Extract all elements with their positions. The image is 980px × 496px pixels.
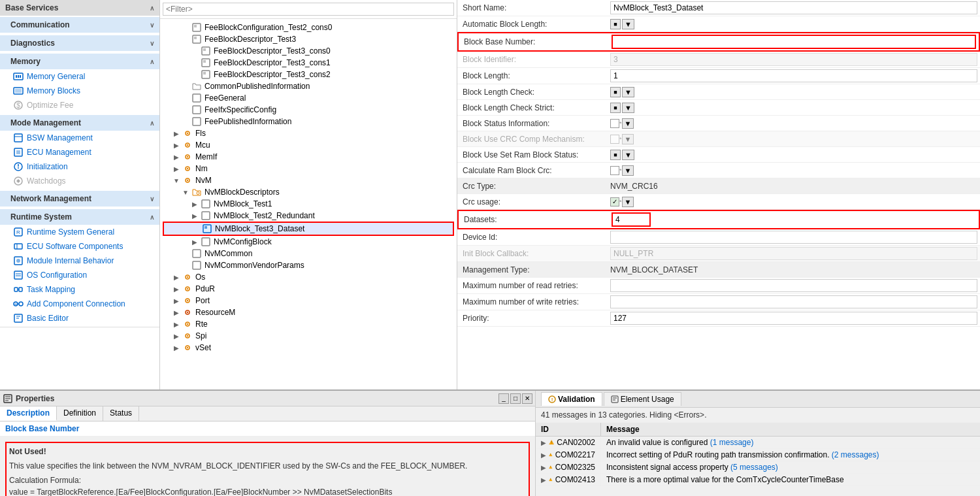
tree-toggle[interactable]: [181, 82, 190, 91]
sidebar-item-runtime-system-header[interactable]: Runtime System: [0, 209, 159, 225]
tree-node-fls[interactable]: ▶ Fls: [163, 127, 454, 139]
tree-toggle-fls[interactable]: ▶: [172, 129, 181, 138]
sidebar-item-communication[interactable]: Communication: [0, 17, 159, 33]
tree-toggle[interactable]: [181, 35, 190, 44]
sidebar-item-runtime-system-general[interactable]: R Runtime System General: [0, 225, 159, 239]
tree-toggle[interactable]: [181, 93, 190, 103]
tree-toggle[interactable]: [190, 70, 199, 79]
tree-toggle-nvmblock-test2-redundant[interactable]: ▶: [190, 211, 199, 220]
sidebar-item-memory-header[interactable]: Memory: [0, 54, 159, 69]
priority-input[interactable]: [610, 312, 977, 325]
tree-node-vset[interactable]: ▶ vSet: [163, 342, 454, 354]
sidebar-item-memory-blocks[interactable]: Memory Blocks: [0, 84, 159, 98]
sidebar-item-ecu-software-components[interactable]: ECU Software Components: [0, 239, 159, 254]
sidebar-item-mode-management-header[interactable]: Mode Management: [0, 115, 159, 131]
tree-toggle[interactable]: [190, 46, 199, 56]
val-row-com02325[interactable]: ▶ ! COM02325 Inconsistent signal access …: [536, 461, 980, 474]
tree-node-nvm-common[interactable]: NvMCommon: [163, 248, 454, 259]
sidebar-item-task-mapping[interactable]: Task Mapping: [0, 282, 159, 297]
sidebar-item-add-component-connection[interactable]: + Add Component Connection: [0, 297, 159, 311]
tree-toggle[interactable]: [190, 58, 199, 67]
sidebar-item-memory-general[interactable]: Memory General: [0, 69, 159, 84]
calculate-ram-block-crc-dropdown-btn[interactable]: ▼: [622, 165, 634, 176]
short-name-input[interactable]: [610, 1, 977, 14]
tree-toggle[interactable]: [181, 23, 190, 32]
tree-node-nvmconfig-block[interactable]: ▶ NvMConfigBlock: [163, 236, 454, 248]
tree-toggle-port[interactable]: ▶: [172, 296, 181, 305]
tree-node-common-published-info[interactable]: CommonPublishedInformation: [163, 80, 454, 92]
val-row-can02002[interactable]: ▶ ! CAN02002 An invalid value is configu…: [536, 437, 980, 449]
tree-node-nvmblock-test1[interactable]: ▶ NvMBlock_Test1: [163, 198, 454, 210]
tree-node-fee-block-desc-test3-cons0[interactable]: FeeBlockDescriptor_Test3_cons0: [163, 45, 454, 57]
datasets-input[interactable]: [612, 212, 651, 227]
tree-node-os[interactable]: ▶ Os: [163, 271, 454, 283]
block-status-information-dropdown-btn[interactable]: ▼: [622, 118, 634, 129]
auto-block-length-icon[interactable]: ■: [610, 19, 621, 29]
properties-minimize-btn[interactable]: _: [498, 393, 509, 404]
tab-definition[interactable]: Definition: [57, 406, 103, 421]
expand-icon[interactable]: ▶: [541, 452, 546, 459]
tree-node-rte[interactable]: ▶ Rte: [163, 318, 454, 330]
sidebar-item-initialization[interactable]: Initialization: [0, 159, 159, 174]
tree-toggle-mcu[interactable]: ▶: [172, 141, 181, 150]
sidebar-item-bsw-management[interactable]: BSW Management: [0, 131, 159, 145]
tree-node-spi[interactable]: ▶ Spi: [163, 330, 454, 342]
sidebar-item-diagnostics[interactable]: Diagnostics: [0, 35, 159, 51]
tab-validation[interactable]: ! Validation: [541, 392, 602, 406]
tree-toggle-resource-m[interactable]: ▶: [172, 308, 181, 317]
tree-node-port[interactable]: ▶ Port: [163, 295, 454, 306]
block-base-number-input[interactable]: [612, 35, 976, 49]
tree-node-fee-block-cfg-test2-cons0[interactable]: FeeBlockConfiguration_Test2_cons0: [163, 22, 454, 33]
expand-icon[interactable]: ▶: [541, 476, 546, 484]
tree-toggle[interactable]: [181, 249, 190, 258]
block-status-information-checkbox[interactable]: [610, 119, 619, 128]
tree-node-mcu[interactable]: ▶ Mcu: [163, 139, 454, 151]
sidebar-item-basic-editor[interactable]: Basic Editor: [0, 311, 159, 325]
max-write-retries-input[interactable]: [610, 295, 977, 308]
calculate-ram-block-crc-checkbox[interactable]: [610, 166, 619, 175]
tab-element-usage[interactable]: Element Usage: [604, 392, 681, 406]
tree-toggle-nm[interactable]: ▶: [172, 164, 181, 173]
tree-node-nvm-block-descriptors[interactable]: ▼ NvMBlockDescriptors: [163, 186, 454, 198]
block-length-check-icon[interactable]: ■: [610, 87, 621, 97]
tab-description[interactable]: Description: [0, 406, 57, 421]
tree-node-nm[interactable]: ▶ Nm: [163, 163, 454, 174]
tree-toggle-pdur[interactable]: ▶: [172, 284, 181, 293]
tree-node-nvm-common-vendor-params[interactable]: NvMCommonVendorParams: [163, 259, 454, 271]
expand-icon[interactable]: ▶: [541, 439, 546, 446]
tree-node-resource-m[interactable]: ▶ ResourceM: [163, 306, 454, 318]
block-length-check-strict-icon[interactable]: ■: [610, 103, 621, 113]
properties-close-btn[interactable]: ✕: [522, 393, 532, 404]
device-id-input[interactable]: [610, 231, 977, 244]
tree-node-fee-block-desc-test3-cons2[interactable]: FeeBlockDescriptor_Test3_cons2: [163, 69, 454, 80]
tree-toggle[interactable]: [181, 105, 190, 114]
tree-toggle-nvmblock-test1[interactable]: ▶: [190, 199, 199, 208]
tree-toggle-rte[interactable]: ▶: [172, 320, 181, 329]
tree-node-fee-ifx-specific-config[interactable]: FeeIfxSpecificConfig: [163, 104, 454, 116]
tree-node-fee-published-information[interactable]: FeePublishedInformation: [163, 116, 454, 127]
sidebar-item-module-internal-behavior[interactable]: Module Internal Behavior: [0, 254, 159, 268]
crc-usage-checkbox[interactable]: ✓: [610, 197, 619, 207]
block-use-set-ram-dropdown-btn[interactable]: ▼: [622, 150, 634, 160]
tree-node-pdur[interactable]: ▶ PduR: [163, 283, 454, 295]
val-row-com02217[interactable]: ▶ ! COM02217 Incorrect setting of PduR r…: [536, 449, 980, 461]
tree-node-fee-block-desc-test3-cons1[interactable]: FeeBlockDescriptor_Test3_cons1: [163, 57, 454, 69]
sidebar-item-os-configuration[interactable]: OS Configuration: [0, 268, 159, 282]
sidebar-item-ecu-management[interactable]: ECU Management: [0, 145, 159, 159]
expand-icon[interactable]: ▶: [541, 464, 546, 471]
auto-block-length-dropdown-btn[interactable]: ▼: [622, 19, 634, 29]
tree-toggle-spi[interactable]: ▶: [172, 331, 181, 340]
block-use-set-ram-icon[interactable]: ■: [610, 150, 621, 160]
tree-toggle-os[interactable]: ▶: [172, 273, 181, 282]
tree-node-memif[interactable]: ▶ MemIf: [163, 151, 454, 163]
tree-filter-input[interactable]: [163, 3, 454, 16]
val-row-com02413[interactable]: ▶ ! COM02413 There is a more optimal val…: [536, 474, 980, 486]
tree-toggle-nvm[interactable]: ▼: [172, 176, 181, 185]
tree-node-nvmblock-test3-dataset[interactable]: NvMBlock_Test3_Dataset: [163, 222, 454, 236]
tree-toggle-nvmblock-test3-dataset[interactable]: [191, 224, 201, 233]
block-length-check-strict-dropdown-btn[interactable]: ▼: [622, 103, 634, 113]
tree-toggle[interactable]: [181, 261, 190, 270]
sidebar-section-header-base-services[interactable]: Base Services: [0, 0, 159, 16]
tree-toggle-memif[interactable]: ▶: [172, 152, 181, 161]
tree-toggle-nvmconfig-block[interactable]: ▶: [190, 237, 199, 246]
